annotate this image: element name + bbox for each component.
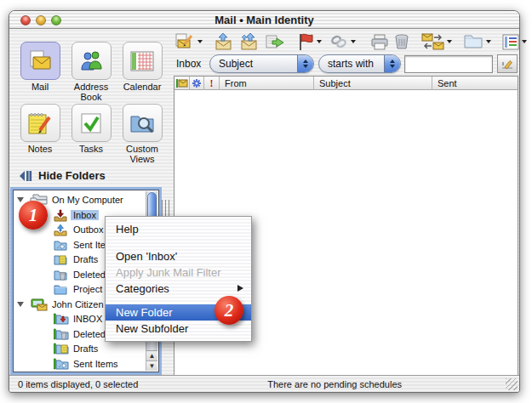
status-items-count: 0 items displayed, 0 selected [18, 379, 138, 389]
nav-notes[interactable]: Notes [14, 104, 66, 154]
link-dropdown-arrow[interactable] [351, 40, 356, 43]
filter-search-input[interactable] [404, 55, 493, 73]
current-folder-label: Inbox [176, 58, 201, 70]
new-message-icon [174, 32, 195, 51]
hide-folders-toggle[interactable]: Hide Folders [20, 169, 106, 182]
column-from[interactable]: From [220, 77, 314, 90]
edit-criteria-icon [501, 59, 514, 70]
advanced-find-button[interactable] [497, 54, 518, 73]
link-button[interactable] [329, 31, 348, 52]
trash-icon [394, 33, 409, 50]
calendar-button[interactable] [123, 42, 163, 80]
send-receive-dropdown-arrow[interactable] [447, 40, 452, 43]
list-header: ! From Subject Sent [174, 77, 518, 90]
calendar-icon [130, 51, 154, 71]
delete-button[interactable] [394, 31, 409, 52]
address-book-label: Address Book [66, 82, 117, 102]
new-message-button[interactable] [174, 31, 195, 52]
column-sent-label: Sent [438, 78, 457, 88]
nav-address-book[interactable]: Address Book [66, 42, 117, 102]
tree-label: John Citizen [52, 299, 104, 309]
status-schedules: There are no pending schedules [267, 379, 402, 389]
tree-row-imap-sent[interactable]: Sent Items [14, 357, 158, 372]
tree-label: Outbox [73, 224, 103, 235]
forward-button[interactable] [265, 31, 285, 52]
submenu-arrow-icon [237, 285, 243, 292]
hide-folders-label: Hide Folders [38, 169, 106, 182]
views-dropdown-arrow[interactable] [522, 40, 527, 43]
print-icon [370, 33, 389, 51]
column-sent[interactable]: Sent [432, 77, 518, 90]
reply-all-button[interactable] [239, 31, 260, 52]
filter-field-value: Subject [210, 58, 297, 70]
mail-label: Mail [14, 82, 66, 92]
disclosure-triangle-icon[interactable] [17, 302, 24, 307]
scroll-up-arrow[interactable]: ▲ [146, 350, 157, 360]
filter-field-select[interactable]: Subject [209, 54, 314, 73]
new-message-dropdown-arrow[interactable] [197, 40, 203, 43]
imap-inbox-icon [54, 313, 69, 326]
priority-column-icon: ! [210, 77, 214, 90]
tree-label: Drafts [73, 254, 98, 264]
send-receive-button[interactable] [421, 31, 444, 52]
imap-trash-icon [54, 328, 69, 342]
hide-folders-icon [20, 171, 34, 181]
menu-item-apply-junk-mail-filter: Apply Junk Mail Filter [106, 264, 251, 281]
address-book-button[interactable] [72, 42, 112, 80]
column-online-status[interactable] [174, 77, 190, 90]
calendar-label: Calendar [117, 82, 168, 92]
folder-dropdown-arrow[interactable] [486, 40, 491, 43]
title-bar[interactable]: Mail • Main Identity [9, 11, 519, 29]
disclosure-triangle-icon[interactable] [17, 197, 24, 202]
nav-calendar[interactable]: Calendar [117, 42, 168, 92]
notes-button[interactable] [20, 104, 60, 142]
filter-operator-select[interactable]: starts with [318, 54, 401, 73]
column-subject-label: Subject [319, 78, 351, 88]
column-links[interactable] [190, 77, 204, 90]
flag-dropdown-arrow[interactable] [317, 40, 322, 43]
reply-icon [214, 32, 234, 51]
drafts-folder-icon [54, 253, 67, 267]
forward-icon [265, 32, 285, 51]
column-from-label: From [225, 78, 247, 88]
nav-tasks[interactable]: Tasks [66, 104, 117, 154]
mail-button[interactable] [20, 42, 60, 80]
link-icon [329, 33, 348, 50]
nav-mail[interactable]: Mail [14, 42, 66, 92]
folder-icon [463, 34, 483, 49]
custom-views-button[interactable] [123, 104, 163, 142]
send-receive-icon [421, 32, 444, 51]
address-book-icon [79, 49, 103, 73]
custom-views-label: Custom Views [117, 144, 168, 164]
nav-custom-views[interactable]: Custom Views [117, 104, 168, 164]
notes-icon [27, 111, 53, 135]
scroll-down-arrow[interactable]: ▼ [146, 360, 157, 371]
tree-label: On My Computer [52, 195, 123, 205]
views-button[interactable] [502, 31, 519, 52]
trash-folder-icon [54, 269, 67, 282]
print-button[interactable] [370, 31, 389, 52]
menu-item-help[interactable]: Help [106, 221, 251, 237]
column-subject[interactable]: Subject [314, 77, 432, 90]
menu-item-categories[interactable]: Categories [106, 281, 251, 297]
column-priority[interactable]: ! [204, 77, 220, 90]
tree-label: Inbox [71, 210, 99, 220]
step-badge-1: 1 [19, 201, 48, 230]
sent-folder-icon [54, 239, 67, 253]
window-title: Mail • Main Identity [9, 14, 519, 26]
views-icon [502, 34, 519, 50]
flag-button[interactable] [297, 31, 314, 52]
reply-button[interactable] [214, 31, 234, 52]
tasks-button[interactable] [72, 104, 112, 142]
mail-icon [27, 50, 53, 72]
resize-grip[interactable] [506, 378, 518, 390]
popup-stepper-icon [297, 55, 313, 72]
imap-drafts-icon [54, 343, 69, 356]
toolbar-folder-button[interactable] [463, 31, 483, 52]
plain-folder-icon [54, 283, 67, 297]
menu-item-open-inbox[interactable]: Open 'Inbox' [106, 248, 251, 264]
tasks-icon [80, 112, 102, 134]
tree-row-imap-drafts[interactable]: Drafts [14, 342, 158, 356]
toolbar [174, 31, 532, 53]
custom-views-icon [129, 112, 155, 134]
